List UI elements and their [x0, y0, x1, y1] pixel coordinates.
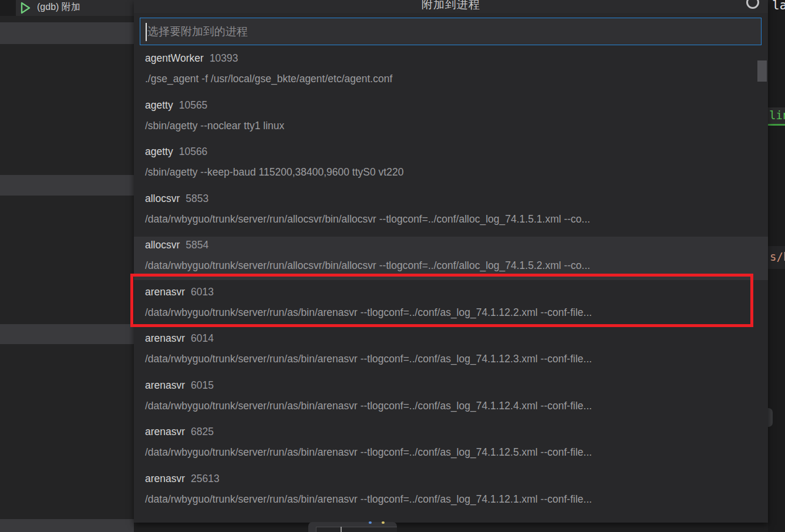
- process-list-item[interactable]: allocsvr5853 /data/rwbyguo/trunk/server/…: [134, 190, 768, 234]
- quickpick-title: 附加到进程: [422, 0, 480, 11]
- process-list-item[interactable]: arenasvr6015 /data/rwbyguo/trunk/server/…: [134, 377, 768, 420]
- process-pid: 6013: [191, 286, 214, 298]
- list-scrollbar-thumb[interactable]: [757, 60, 767, 82]
- process-list-item[interactable]: agentWorker10393 ./gse_agent -f /usr/loc…: [134, 50, 768, 93]
- process-pid: 25613: [191, 473, 220, 484]
- debug-config-selector[interactable]: (gdb) 附加: [16, 0, 134, 16]
- sidebar-section-header[interactable]: [0, 324, 134, 344]
- process-pid: 6014: [191, 332, 214, 344]
- process-pid: 5853: [186, 193, 208, 204]
- process-name: arenasvr: [145, 332, 185, 344]
- editor-scrollbar-thumb[interactable]: [768, 408, 773, 427]
- process-command-line: /data/rwbyguo/trunk/server/run/as/bin/ar…: [145, 399, 756, 413]
- process-filter-input[interactable]: [140, 18, 761, 45]
- process-list-item[interactable]: arenasvr25613 /data/rwbyguo/trunk/server…: [134, 470, 768, 514]
- sidebar-section-header[interactable]: [0, 175, 134, 196]
- process-name-line: allocsvr5854: [145, 238, 756, 252]
- process-pid: 10393: [210, 52, 238, 64]
- quickpick-titlebar: 附加到进程: [134, 0, 768, 13]
- editor-strip: la lin s/b: [768, 0, 785, 532]
- debug-config-label: (gdb) 附加: [37, 1, 80, 14]
- process-command-line: /data/rwbyguo/trunk/server/run/as/bin/ar…: [145, 352, 756, 366]
- bottom-widget-cursor: [341, 527, 342, 532]
- process-list-item[interactable]: allocsvr5854 /data/rwbyguo/trunk/server/…: [134, 237, 768, 280]
- process-name: allocsvr: [145, 193, 180, 204]
- process-name-line: arenasvr6015: [145, 379, 756, 392]
- editor-text-fragment: s/b: [770, 250, 785, 263]
- process-name-line: agetty10565: [145, 99, 756, 112]
- sidebar-corner: [0, 0, 16, 16]
- process-name: agetty: [145, 99, 173, 111]
- process-pid: 6015: [191, 379, 214, 391]
- process-name: arenasvr: [145, 426, 185, 437]
- vscode-window: (gdb) 附加 la lin s/b 附加到进程 agentWorker103…: [0, 0, 785, 532]
- text-caret: [146, 23, 147, 41]
- process-name-line: agetty10566: [145, 145, 756, 159]
- attach-to-process-quickpick: 附加到进程 agentWorker10393 ./gse_agent -f /u…: [134, 0, 768, 523]
- editor-current-line: s/b: [768, 246, 785, 269]
- process-name-line: arenasvr25613: [145, 472, 756, 486]
- process-name: allocsvr: [145, 239, 180, 251]
- sidebar-section-header[interactable]: [0, 22, 134, 44]
- process-command-line: /data/rwbyguo/trunk/server/run/as/bin/ar…: [145, 306, 756, 319]
- process-command-line: /sbin/agetty --keep-baud 115200,38400,96…: [145, 166, 756, 179]
- process-name: agetty: [145, 146, 173, 157]
- process-name-line: allocsvr5853: [145, 192, 756, 206]
- process-list-item[interactable]: agetty10566 /sbin/agetty --keep-baud 115…: [134, 143, 768, 187]
- process-filter-inputbox: [140, 18, 762, 45]
- code-glyph-fragment: [382, 521, 385, 524]
- process-name-line: arenasvr6014: [145, 332, 756, 345]
- process-list-item[interactable]: arenasvr6013 /data/rwbyguo/trunk/server/…: [134, 284, 768, 327]
- process-list-item[interactable]: arenasvr6014 /data/rwbyguo/trunk/server/…: [134, 330, 768, 373]
- process-name: agentWorker: [145, 52, 204, 64]
- process-command-line: /data/rwbyguo/trunk/server/run/as/bin/ar…: [145, 493, 756, 506]
- process-command-line: /data/rwbyguo/trunk/server/run/allocsvr/…: [145, 259, 756, 272]
- process-name: arenasvr: [145, 286, 185, 298]
- process-name-line: agentWorker10393: [145, 52, 756, 65]
- process-pid: 10565: [179, 99, 208, 111]
- process-pid: 6825: [191, 426, 214, 437]
- process-list-item[interactable]: agetty10565 /sbin/agetty --noclear tty1 …: [134, 97, 768, 140]
- process-list: agentWorker10393 ./gse_agent -f /usr/loc…: [134, 50, 768, 517]
- process-list-item[interactable]: arenasvr6825 /data/rwbyguo/trunk/server/…: [134, 423, 768, 467]
- process-command-line: /data/rwbyguo/trunk/server/run/allocsvr/…: [145, 213, 756, 226]
- process-name-line: arenasvr6013: [145, 285, 756, 299]
- process-pid: 5854: [186, 239, 208, 251]
- process-command-line: /data/rwbyguo/trunk/server/run/as/bin/ar…: [145, 446, 756, 459]
- process-name: arenasvr: [145, 473, 185, 484]
- editor-text-fragment: la: [772, 0, 785, 12]
- search-match-highlight: lin: [768, 107, 785, 126]
- play-outline-icon: [20, 2, 31, 14]
- process-command-line: ./gse_agent -f /usr/local/gse_bkte/agent…: [145, 72, 756, 86]
- process-name-line: arenasvr6825: [145, 425, 756, 439]
- process-name: arenasvr: [145, 379, 185, 391]
- bottom-widget-inner: [316, 527, 397, 532]
- code-glyph-fragment: [369, 521, 372, 524]
- sidebar-section-header[interactable]: [0, 519, 134, 532]
- debug-sidebar: (gdb) 附加: [0, 0, 134, 532]
- editor-text-fragment: lin: [769, 109, 785, 122]
- process-command-line: /sbin/agetty --noclear tty1 linux: [145, 119, 756, 133]
- process-pid: 10566: [179, 146, 208, 157]
